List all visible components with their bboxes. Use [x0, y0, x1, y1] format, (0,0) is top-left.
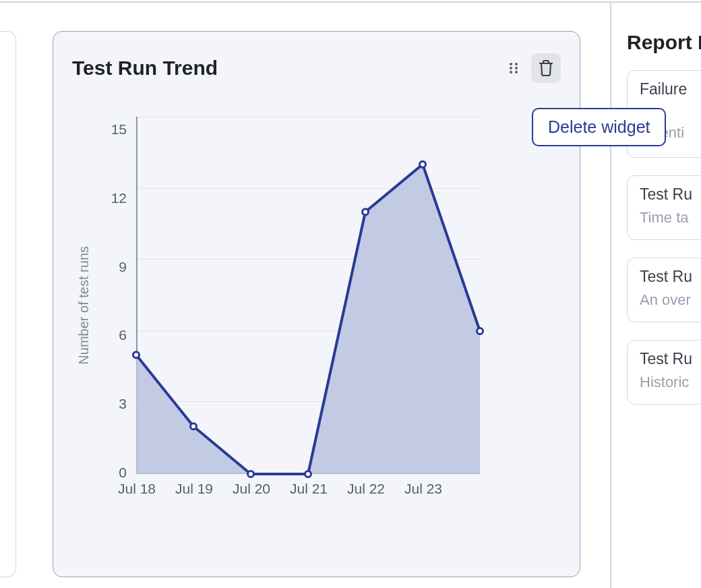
report-library-card[interactable]: Failurepepotenti [627, 70, 701, 158]
widget-header: Test Run Trend [72, 53, 561, 83]
chart-area: Number of test runs 15129630 Jul 18Jul 1… [72, 117, 561, 535]
svg-point-9 [305, 471, 311, 477]
svg-point-1 [515, 63, 518, 65]
x-tick: Jul 18 [118, 481, 156, 497]
x-tick: Jul 20 [233, 481, 270, 497]
report-library-card[interactable]: Test RuAn over [627, 258, 701, 322]
y-axis-title: Number of test runs [72, 246, 96, 365]
svg-point-4 [510, 71, 512, 74]
y-tick: 3 [100, 397, 127, 411]
report-library-panel: Report L FailurepepotentiTest RuTime taT… [627, 31, 701, 422]
y-tick-labels: 15129630 [100, 117, 127, 474]
y-tick: 15 [100, 122, 127, 136]
delete-widget-button[interactable] [531, 53, 561, 83]
right-panel-divider [610, 1, 611, 588]
report-library-card[interactable]: Test RuTime ta [627, 175, 701, 240]
svg-point-0 [510, 63, 512, 65]
svg-point-7 [191, 423, 197, 430]
x-tick: Jul 19 [175, 481, 213, 497]
x-tick: Jul 22 [347, 481, 385, 497]
y-tick: 0 [100, 465, 127, 479]
svg-point-8 [248, 471, 254, 477]
adjacent-card-edge [0, 31, 16, 577]
plot-column: Jul 18Jul 19Jul 20Jul 21Jul 22Jul 23 [136, 117, 561, 535]
report-library-title: Report L [627, 31, 701, 54]
report-card-desc: Historic [640, 372, 695, 392]
svg-point-3 [515, 67, 518, 69]
report-library-card[interactable]: Test RuHistoric [627, 340, 701, 405]
x-tick: Jul 21 [290, 481, 328, 497]
widget-card: Test Run Trend Number of test runs 15129… [53, 31, 580, 577]
x-tick: Jul 23 [404, 481, 442, 497]
report-card-desc: pe [640, 102, 695, 123]
report-card-title: Test Ru [640, 350, 695, 368]
canvas-top-border [0, 1, 701, 3]
svg-point-12 [477, 328, 483, 334]
report-card-title: Failure [640, 80, 695, 98]
y-tick: 6 [100, 328, 127, 343]
report-card-title: Test Ru [640, 268, 695, 286]
chart-plot [136, 117, 480, 474]
report-card-title: Test Ru [640, 185, 695, 204]
report-card-desc: potenti [640, 123, 695, 143]
svg-point-5 [515, 71, 518, 74]
svg-point-2 [510, 67, 512, 69]
widget-actions [504, 53, 561, 83]
svg-point-11 [420, 161, 426, 167]
chart-series [136, 117, 480, 474]
report-card-desc: Time ta [640, 208, 695, 228]
svg-point-6 [133, 352, 140, 358]
y-tick: 9 [100, 260, 127, 274]
y-tick: 12 [100, 191, 127, 205]
widget-title: Test Run Trend [72, 57, 218, 80]
drag-handle-icon[interactable] [504, 59, 523, 78]
svg-point-10 [363, 209, 369, 215]
trash-icon [538, 59, 554, 77]
report-card-desc: An over [640, 290, 695, 310]
